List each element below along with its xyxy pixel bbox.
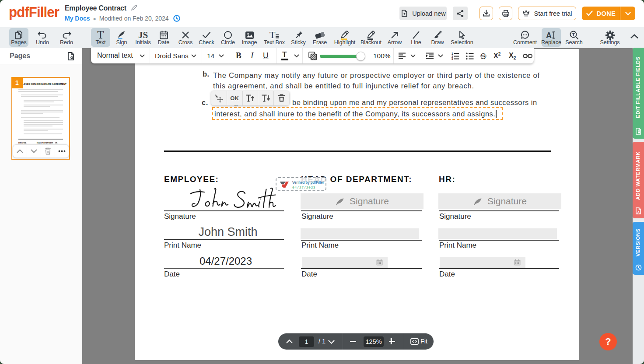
svg-text:T: T: [572, 32, 575, 37]
svg-text:3: 3: [452, 57, 453, 60]
svg-text:EMPLOYEE NON-DISCLOSURE AGREEM: EMPLOYEE NON-DISCLOSURE AGREEMENT: [18, 83, 67, 85]
svg-text:T: T: [270, 30, 276, 40]
svg-text:A: A: [637, 210, 640, 214]
svg-text:HR:: HR:: [55, 142, 58, 144]
svg-text:EMPLOYEE:: EMPLOYEE:: [18, 142, 27, 144]
svg-text:HEAD OF DEPARTMENT:: HEAD OF DEPARTMENT:: [37, 142, 53, 144]
svg-text:A: A: [546, 31, 552, 40]
